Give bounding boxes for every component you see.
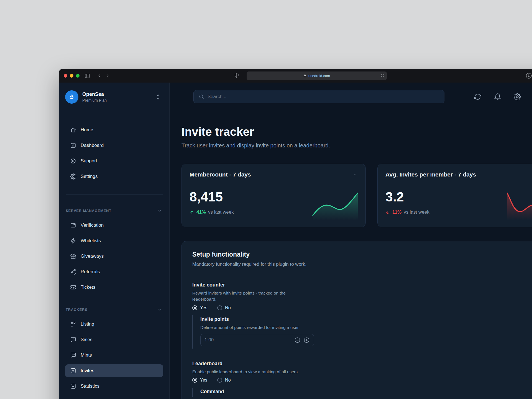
workspace-name: OpenSea [82, 91, 107, 97]
forward-icon[interactable] [105, 73, 110, 78]
sidebar-item-statistics[interactable]: Statistics [65, 380, 163, 393]
sidebar-item-tickets[interactable]: Tickets [65, 281, 163, 294]
page-title: Invite tracker [181, 125, 532, 139]
bell-icon[interactable] [494, 93, 501, 100]
setup-functionality-card: Setup functionality Mandatory functional… [181, 241, 532, 399]
page-content: Invite tracker Track user invites and di… [170, 125, 532, 399]
sidebar-item-home[interactable]: Home [65, 124, 163, 136]
minus-circle-icon[interactable] [294, 337, 301, 343]
invite-counter-label: Invite counter [192, 282, 532, 288]
card-menu-icon[interactable] [352, 172, 358, 177]
topbar [170, 83, 532, 111]
radio-unselected-icon [217, 378, 222, 383]
sidebar-item-giveaways[interactable]: Giveaways [65, 250, 163, 263]
invite-points-input[interactable] [204, 337, 291, 343]
arrow-up-icon [190, 210, 194, 215]
command-label: Command [200, 389, 532, 395]
main-area: Invite tracker Track user invites and di… [170, 83, 532, 399]
gift-icon [70, 253, 76, 259]
stat-delta-note: vs last week [208, 209, 234, 215]
setup-subtitle: Mandatory functionality required for thi… [192, 262, 532, 267]
zoom-window-button[interactable] [76, 74, 80, 78]
reload-icon[interactable] [380, 73, 385, 78]
section-header-trackers[interactable]: TRACKERS [65, 307, 163, 312]
stat-card-title: Membercount - 7 days [190, 171, 251, 178]
radio-label: Yes [200, 378, 207, 383]
leaderboard-radio-yes[interactable]: Yes [192, 378, 207, 383]
invite-points-description: Define amount of points rewarded for inv… [200, 325, 532, 330]
sidebar-item-label: Home [81, 127, 93, 133]
statistics-icon [70, 383, 76, 389]
opensea-logo [65, 90, 78, 104]
sidebar-divider [66, 195, 163, 195]
sidebar-toggle-icon[interactable] [85, 73, 90, 79]
stat-card-avg-invites: Avg. Invites per member - 7 days 3.2 11%… [377, 164, 532, 227]
invite-points-block: Invite points Define amount of points re… [192, 315, 532, 349]
sidebar-item-referrals[interactable]: Referrals [65, 265, 163, 278]
sidebar-item-verification[interactable]: Verification [65, 219, 163, 232]
downloads-icon[interactable] [525, 72, 532, 79]
lock-icon [303, 74, 306, 77]
sidebar-item-mints[interactable]: Mints [65, 349, 163, 362]
verification-icon [70, 222, 76, 228]
leaderboard-radio-no[interactable]: No [217, 378, 231, 383]
invite-counter-radio-no[interactable]: No [217, 305, 231, 310]
section-header-server-management[interactable]: SERVER MANAGEMENT [65, 208, 163, 213]
square-plus-icon [70, 368, 76, 374]
sidebar-item-label: Dashboard [81, 143, 104, 148]
chevrons-up-down-icon[interactable] [155, 94, 161, 100]
search-icon [199, 94, 204, 99]
sidebar-item-label: Settings [81, 174, 98, 179]
sidebar-item-sales[interactable]: Sales [65, 333, 163, 346]
main-nav: Home Dashboard Support [65, 124, 163, 183]
leaderboard-radio-group: Yes No [192, 378, 532, 383]
sparkline-red [506, 190, 532, 220]
sync-icon[interactable] [474, 93, 481, 100]
address-bar[interactable]: usedroid.com [247, 71, 387, 80]
sidebar-item-label: Mints [81, 352, 92, 358]
sidebar-item-settings[interactable]: Settings [65, 170, 163, 183]
chat-dots-icon [70, 352, 76, 358]
page-subtitle: Track user invites and display invite po… [181, 142, 532, 149]
privacy-shield-icon[interactable] [234, 73, 239, 78]
invite-points-label: Invite points [200, 316, 532, 322]
chevron-down-icon [157, 208, 162, 213]
life-ring-icon [70, 158, 76, 164]
search-bar[interactable] [193, 90, 444, 103]
dashboard-icon [70, 142, 76, 149]
sidebar-item-listing[interactable]: Listing [65, 318, 163, 331]
stat-cards-row: Membercount - 7 days 8,415 41% vs last w [181, 164, 532, 227]
plus-circle-icon[interactable] [303, 337, 310, 343]
stat-delta: 11% [392, 209, 401, 215]
invite-counter-radio-yes[interactable]: Yes [192, 305, 207, 310]
back-icon[interactable] [97, 73, 102, 78]
radio-label: No [225, 378, 231, 383]
close-window-button[interactable] [64, 74, 67, 78]
arrow-down-icon [385, 210, 390, 215]
sidebar-item-label: Verification [81, 222, 104, 228]
gear-icon [70, 173, 76, 180]
sidebar-item-label: Giveaways [81, 254, 104, 259]
workspace-switcher[interactable]: OpenSea Premium Plan [65, 90, 163, 104]
minimize-window-button[interactable] [70, 74, 73, 78]
sidebar: OpenSea Premium Plan Home [59, 83, 170, 399]
stat-card-title: Avg. Invites per member - 7 days [385, 171, 476, 178]
sidebar-item-label: Sales [81, 337, 93, 342]
sidebar-item-label: Referrals [81, 269, 100, 275]
search-input[interactable] [208, 94, 439, 99]
sidebar-item-support[interactable]: Support [65, 155, 163, 167]
radio-selected-icon [192, 305, 197, 310]
gear-icon[interactable] [514, 93, 521, 100]
radio-unselected-icon [217, 305, 222, 310]
sidebar-item-dashboard[interactable]: Dashboard [65, 139, 163, 152]
stat-card-membercount: Membercount - 7 days 8,415 41% vs last w [181, 164, 366, 227]
sidebar-item-label: Invites [81, 368, 94, 374]
invite-counter-description: Reward inviters with invite points - tra… [192, 290, 296, 303]
url-text: usedroid.com [308, 74, 330, 78]
share-nodes-icon [70, 269, 76, 275]
sidebar-item-invites[interactable]: Invites [65, 364, 163, 377]
server-management-list: Verification Whitelists Giveaways [65, 219, 163, 294]
sidebar-item-whitelists[interactable]: Whitelists [65, 234, 163, 247]
section-title: TRACKERS [66, 308, 88, 312]
stat-delta: 41% [196, 209, 206, 215]
